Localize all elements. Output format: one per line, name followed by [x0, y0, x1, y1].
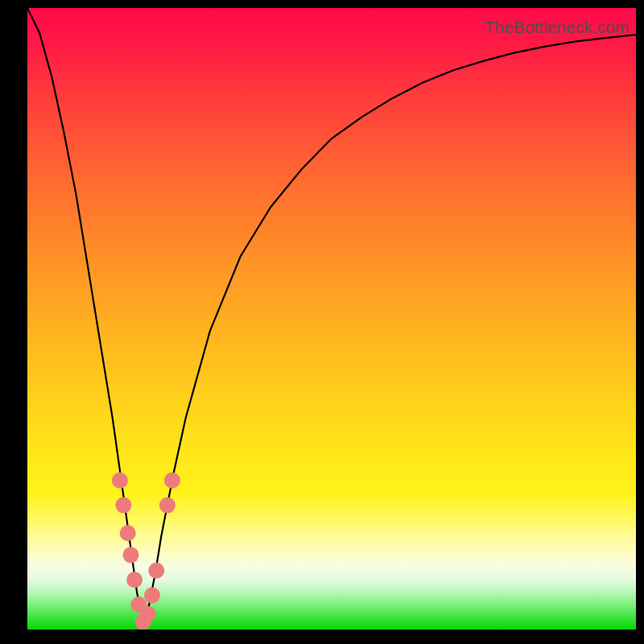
chart-frame: TheBottleneck.com: [0, 0, 644, 644]
data-marker: [164, 473, 180, 489]
data-marker: [112, 473, 128, 489]
data-marker: [144, 588, 160, 604]
data-marker: [126, 572, 142, 588]
curve-layer: [27, 8, 636, 630]
attribution-watermark: TheBottleneck.com: [485, 18, 630, 37]
data-marker: [148, 563, 164, 579]
plot-area: TheBottleneck.com: [27, 8, 636, 630]
data-marker: [120, 525, 136, 541]
data-marker: [115, 497, 131, 514]
bottleneck-curve: [27, 8, 636, 623]
data-marker: [140, 606, 156, 622]
data-marker: [159, 497, 175, 514]
data-marker: [123, 547, 139, 563]
